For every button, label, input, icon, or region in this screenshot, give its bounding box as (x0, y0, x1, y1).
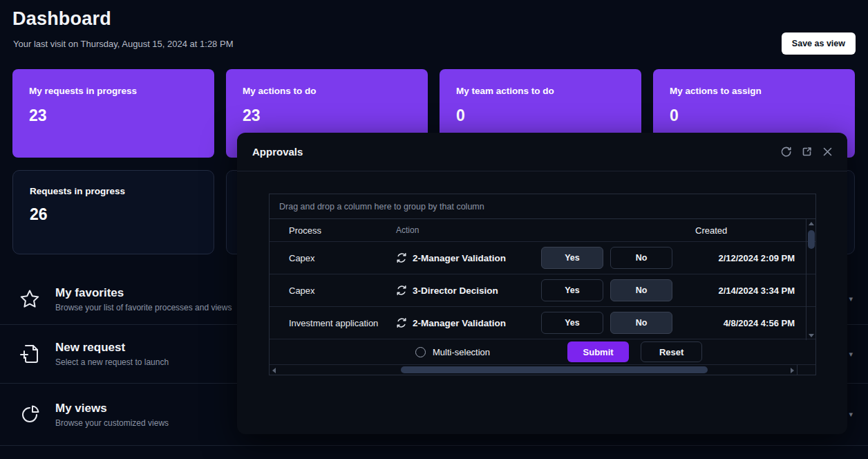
nav-item-text: My views Browse your customized views (55, 402, 169, 428)
column-header-process[interactable]: Process (270, 225, 396, 236)
multi-selection-checkbox[interactable] (415, 347, 426, 357)
pie-chart-icon (18, 403, 41, 427)
summary-card-requests-in-progress[interactable]: Requests in progress 26 (12, 170, 214, 254)
stat-card-label: My actions to do (243, 86, 411, 96)
nav-item-subtitle: Select a new request to launch (55, 357, 169, 367)
cell-created: 2/12/2024 2:09 PM (672, 253, 815, 263)
last-visit-text: Your last visit on Thursday, August 15, … (13, 39, 233, 49)
nav-item-title: My views (55, 402, 169, 415)
dashboard-page: Dashboard Your last visit on Thursday, A… (0, 0, 868, 459)
no-button[interactable]: No (610, 247, 672, 269)
submit-button[interactable]: Submit (567, 341, 629, 362)
cell-action: 3-Director Decision (396, 285, 541, 296)
save-as-view-button[interactable]: Save as view (782, 32, 856, 55)
modal-title: Approvals (252, 146, 303, 158)
yes-button[interactable]: Yes (541, 279, 603, 301)
cell-action-label: 2-Manager Validation (413, 253, 506, 263)
cell-process: Capex (270, 285, 396, 296)
vertical-scrollbar[interactable] (806, 219, 815, 340)
stat-card-value: 23 (29, 106, 198, 125)
table-row: Capex 2-Manager Validation Yes No 2/12/2… (270, 242, 815, 274)
modal-header: Approvals (237, 133, 847, 171)
nav-item-subtitle: Browse your list of favorite processes a… (55, 303, 232, 312)
cell-action-label: 2-Manager Validation (413, 318, 506, 328)
sync-icon (396, 285, 407, 296)
scroll-down-icon[interactable] (809, 334, 814, 337)
reset-button[interactable]: Reset (641, 341, 702, 362)
summary-card-label: Requests in progress (30, 186, 197, 196)
table-row: Capex 3-Director Decision Yes No 2/14/20… (270, 274, 815, 307)
close-icon[interactable] (822, 146, 833, 158)
stat-card-label: My actions to assign (670, 86, 838, 96)
yes-button[interactable]: Yes (541, 247, 603, 269)
horizontal-scroll-thumb[interactable] (401, 366, 708, 373)
column-header-created[interactable]: Created (672, 225, 815, 236)
chevron-down-icon: ▾ (849, 410, 853, 419)
star-icon (18, 288, 41, 311)
chevron-down-icon: ▾ (849, 350, 853, 359)
chevron-down-icon: ▾ (849, 294, 853, 303)
cell-created: 2/14/2024 3:34 PM (672, 285, 815, 296)
scroll-up-icon[interactable] (809, 222, 814, 225)
stat-card-value: 0 (670, 106, 838, 125)
nav-item-title: My favorites (55, 286, 232, 300)
summary-card-value: 26 (30, 205, 197, 224)
sync-icon (396, 252, 407, 263)
nav-item-text: My favorites Browse your list of favorit… (55, 286, 232, 312)
modal-actions (780, 146, 833, 158)
no-button[interactable]: No (610, 312, 672, 334)
cell-action-label: 3-Director Decision (413, 285, 498, 296)
stat-card-value: 0 (456, 106, 625, 125)
open-in-new-icon[interactable] (801, 146, 813, 158)
scroll-left-icon[interactable] (272, 368, 276, 373)
approvals-modal: Approvals (237, 133, 847, 434)
yes-button[interactable]: Yes (541, 312, 603, 334)
cell-process: Capex (270, 253, 396, 263)
group-by-dropzone[interactable]: Drag and drop a column here to group by … (270, 194, 815, 219)
nav-item-subtitle: Browse your customized views (55, 418, 169, 428)
horizontal-scrollbar[interactable] (270, 365, 798, 375)
vertical-scroll-thumb[interactable] (808, 230, 815, 249)
no-button[interactable]: No (610, 279, 672, 301)
table-row: Investment application 2-Manager Validat… (270, 307, 815, 339)
approvals-grid: Drag and drop a column here to group by … (269, 194, 816, 375)
column-header-action[interactable]: Action (396, 225, 541, 235)
sync-icon (396, 317, 407, 328)
multi-selection-label: Multi-selection (433, 347, 490, 357)
cell-action: 2-Manager Validation (396, 317, 541, 328)
cell-created: 4/8/2024 4:56 PM (672, 318, 815, 328)
cell-action: 2-Manager Validation (396, 252, 541, 263)
nav-item-title: New request (55, 341, 169, 355)
refresh-icon[interactable] (780, 146, 792, 158)
scroll-right-icon[interactable] (791, 368, 794, 373)
stat-card-label: My team actions to do (456, 86, 625, 96)
multi-selection-row: Multi-selection Submit Reset (270, 339, 815, 365)
table-header-row: Process Action Created (270, 219, 815, 242)
nav-item-text: New request Select a new request to laun… (55, 341, 169, 367)
document-plus-icon (18, 342, 41, 366)
page-title: Dashboard (12, 8, 111, 30)
cell-process: Investment application (270, 318, 396, 328)
stat-card-value: 23 (243, 106, 411, 125)
stat-card-label: My requests in progress (29, 86, 198, 96)
stat-card-my-requests[interactable]: My requests in progress 23 (12, 69, 214, 158)
